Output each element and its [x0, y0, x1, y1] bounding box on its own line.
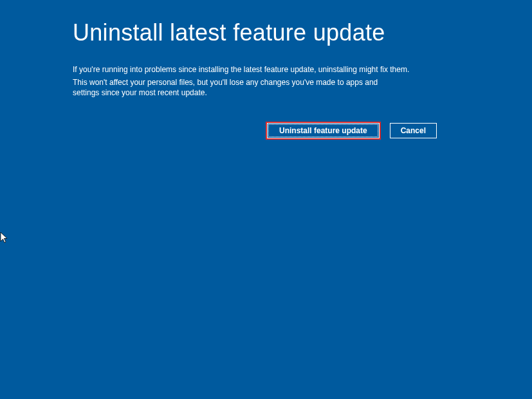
content-area: Uninstall latest feature update If you'r…: [0, 0, 532, 138]
cancel-button[interactable]: Cancel: [390, 123, 437, 138]
page-title: Uninstall latest feature update: [73, 19, 459, 46]
description-paragraph-2: This won't affect your personal files, b…: [73, 77, 381, 98]
description-paragraph-1: If you're running into problems since in…: [73, 64, 459, 75]
cursor-icon: [0, 232, 9, 243]
button-row: Uninstall feature update Cancel: [73, 123, 459, 138]
uninstall-feature-update-button[interactable]: Uninstall feature update: [267, 123, 380, 138]
